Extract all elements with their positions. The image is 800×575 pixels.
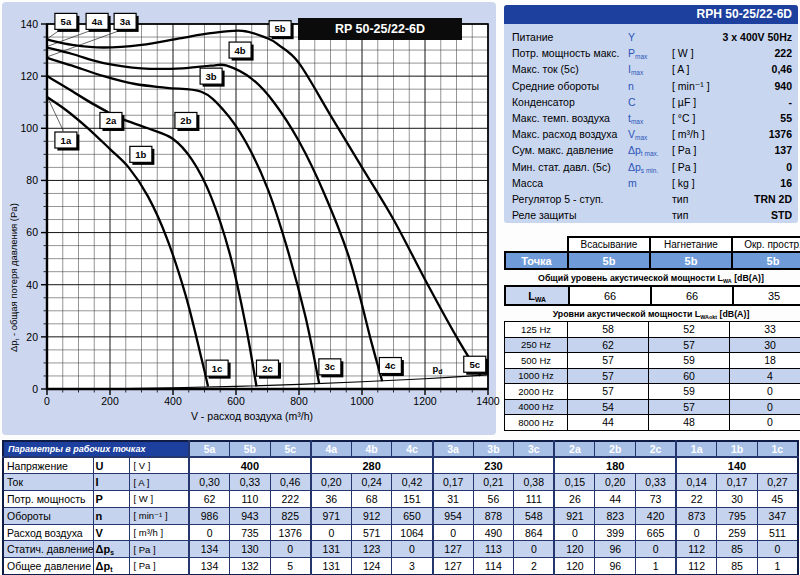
spec-symbol: m: [628, 175, 672, 191]
spec-symbol: tmax: [628, 110, 672, 126]
octave-value: 0: [730, 384, 800, 400]
param-value: 943: [230, 507, 271, 524]
spec-label: Потр. мощность макс.: [512, 45, 628, 61]
param-value: 0: [270, 541, 311, 558]
param-value: 0,30: [189, 474, 230, 491]
y-tick-label: 40: [26, 279, 38, 291]
octave-value: 33: [730, 322, 800, 338]
point-header: 3b: [473, 441, 514, 457]
octave-value: 0: [730, 399, 800, 415]
spec-unit: тип: [672, 191, 734, 207]
param-value: 0,15: [554, 474, 595, 491]
param-value: 151: [392, 491, 433, 508]
point-header: 1a: [676, 441, 717, 457]
x-tick-label: 600: [227, 395, 245, 407]
param-value: 2: [514, 558, 555, 575]
spec-label: Масса: [512, 175, 628, 191]
octave-frequency: 1000 Hz: [505, 368, 568, 384]
point-header: 1c: [757, 441, 798, 457]
spec-row: Мин. стат. давл. (5с)Δps min.[ Pa ]0: [512, 159, 792, 175]
element: WA: [723, 278, 732, 284]
element: Точка5b5b5b: [505, 252, 800, 269]
param-value: 0,42: [392, 474, 433, 491]
spec-row: Средние оборотыn[ min⁻¹ ]940: [512, 78, 792, 94]
octave-value: 54: [568, 399, 649, 415]
param-value: 222: [270, 491, 311, 508]
spec-panel: RPH 50-25/22-6D ПитаниеY3 x 400V 50HzПот…: [504, 5, 798, 223]
spec-row: Макс. ток (5с)Imax[ A ]0,46: [512, 61, 792, 77]
point-header: 2a: [554, 441, 595, 457]
spec-row: Макс. расход воздухаVmax[ m³/h ]1376: [512, 126, 792, 142]
param-label: Статич. давление: [3, 541, 93, 558]
param-value: 0: [392, 541, 433, 558]
spec-row: Регулятор 5 - ступ.типTRN 2D: [512, 191, 792, 207]
lwa-value: 66: [569, 286, 651, 305]
spec-row: Массаm[ kg ]16: [512, 175, 792, 191]
point-label-5b: 5b: [275, 23, 286, 34]
spec-value: -: [734, 94, 792, 110]
spec-unit: [ °C ]: [672, 110, 734, 126]
spec-unit: [ kg ]: [672, 175, 734, 191]
param-value: 132: [230, 558, 271, 575]
param-value: 130: [230, 541, 271, 558]
param-value: 3: [392, 558, 433, 575]
param-value: 127: [433, 541, 474, 558]
param-value: 120: [554, 558, 595, 575]
point-label-4a: 4a: [92, 16, 103, 27]
octave-value: 4: [730, 368, 800, 384]
octave-frequency: 250 Hz: [505, 337, 568, 353]
acoustic-lwa-table: LWA666635: [504, 285, 800, 306]
octave-value: 57: [568, 384, 649, 400]
point-label-5c: 5c: [469, 359, 480, 370]
params-row: Статич. давлениеΔps[ Pa ]134130013112301…: [3, 541, 798, 558]
param-value: 131: [311, 541, 352, 558]
y-tick-label: 100: [20, 122, 38, 134]
params-row: Общее давлениеΔpt[ Pa ]13413251311243127…: [3, 558, 798, 575]
point-label-1c: 1c: [212, 363, 223, 374]
point-label-3a: 3a: [120, 16, 131, 27]
spec-symbol: C: [628, 94, 672, 110]
octave-row: 500 Hz575918: [505, 353, 800, 369]
voltage-value: 280: [311, 457, 433, 474]
param-value: 0,24: [351, 474, 392, 491]
param-value: 0: [514, 541, 555, 558]
param-value: 31: [433, 491, 474, 508]
param-value: 259: [717, 524, 758, 541]
param-value: 123: [351, 541, 392, 558]
point-label-2a: 2a: [106, 115, 117, 126]
acoustic-point-value: 5b: [650, 252, 732, 269]
param-value: 795: [717, 507, 758, 524]
spec-label: Регулятор 5 - ступ.: [512, 191, 628, 207]
octave-value: 59: [649, 353, 730, 369]
y-axis-label: Δpt - общая потеря давления (Pa): [8, 32, 19, 352]
param-unit: [ min⁻¹ ]: [129, 507, 189, 524]
point-label-4b: 4b: [235, 45, 246, 56]
param-value: 878: [473, 507, 514, 524]
point-label-5a: 5a: [61, 16, 72, 27]
param-value: 0,21: [473, 474, 514, 491]
param-symbol: n: [93, 507, 129, 524]
acoustic-point-label: Точка: [505, 252, 568, 269]
spec-value: 16: [734, 175, 792, 191]
point-label-3c: 3c: [325, 361, 336, 372]
element: WAokt: [700, 314, 717, 320]
param-unit: [ V ]: [129, 457, 189, 474]
octave-value: 52: [649, 322, 730, 338]
point-header: 5a: [189, 441, 230, 457]
param-value: 114: [473, 558, 514, 575]
octave-value: 18: [730, 353, 800, 369]
voltage-value: 230: [433, 457, 555, 474]
point-header: 2b: [595, 441, 636, 457]
param-value: 0: [311, 524, 352, 541]
octave-row: 8000 Hz44480: [505, 415, 800, 431]
param-value: 112: [676, 558, 717, 575]
spec-value: 3 x 400V 50Hz: [723, 29, 792, 45]
element: ВсасываниеНагнетаниеОкр. простр.: [505, 237, 800, 252]
fan-performance-chart: 0200400600800100012001400020406080100120…: [2, 2, 496, 435]
param-value: 0: [189, 524, 230, 541]
param-value: 650: [392, 507, 433, 524]
point-header: 5c: [270, 441, 311, 457]
spec-value: 940: [734, 78, 792, 94]
octave-value: 58: [568, 322, 649, 338]
param-value: 1376: [270, 524, 311, 541]
